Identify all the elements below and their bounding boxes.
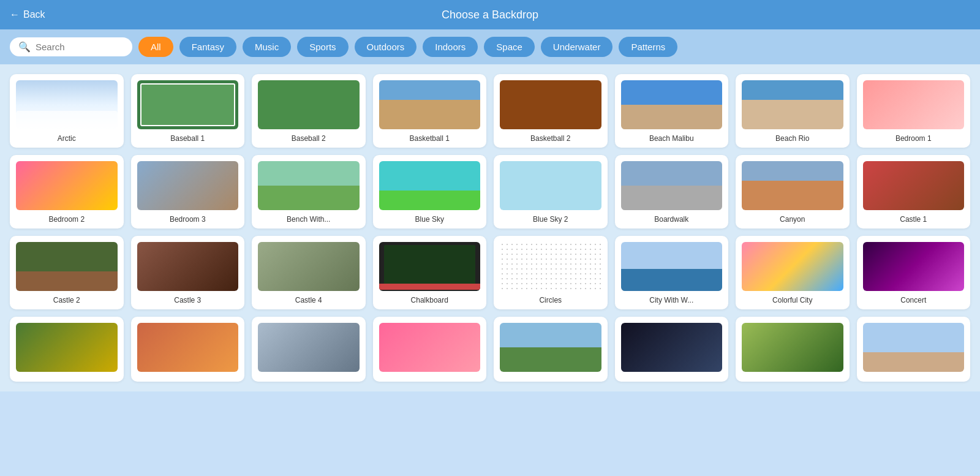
back-button[interactable]: ← Back bbox=[10, 9, 45, 20]
page-title: Choose a Backdrop bbox=[442, 9, 538, 21]
backdrop-partial4[interactable] bbox=[373, 317, 487, 382]
thumb-partial3 bbox=[258, 323, 360, 372]
label-beach-malibu: Beach Malibu bbox=[649, 134, 694, 143]
filter-all[interactable]: All bbox=[138, 37, 173, 57]
thumb-blue-sky2 bbox=[500, 161, 601, 210]
thumb-boardwalk bbox=[621, 161, 723, 210]
filter-outdoors[interactable]: Outdoors bbox=[355, 37, 417, 57]
label-basketball1: Basketball 1 bbox=[410, 134, 450, 143]
label-chalkboard: Chalkboard bbox=[411, 296, 448, 304]
label-colorful-city: Colorful City bbox=[772, 296, 812, 304]
thumb-blue-sky bbox=[379, 161, 481, 210]
thumb-beach-rio bbox=[742, 80, 843, 129]
backdrop-chalkboard[interactable]: Chalkboard bbox=[373, 236, 487, 309]
label-blue-sky2: Blue Sky 2 bbox=[533, 215, 568, 224]
thumb-partial8 bbox=[863, 323, 965, 372]
backdrop-beach-rio[interactable]: Beach Rio bbox=[736, 74, 850, 148]
filter-indoors[interactable]: Indoors bbox=[423, 37, 478, 57]
backdrop-concert[interactable]: Concert bbox=[857, 236, 971, 309]
backdrop-bench[interactable]: Bench With... bbox=[252, 155, 366, 229]
thumb-colorful-city bbox=[742, 242, 843, 291]
backdrop-partial2[interactable] bbox=[131, 317, 245, 382]
label-bench: Bench With... bbox=[287, 215, 330, 224]
backdrop-grid: Arctic Baseball 1 Baseball 2 Basketball … bbox=[10, 74, 970, 382]
thumb-castle4 bbox=[258, 242, 360, 291]
backdrop-baseball2[interactable]: Baseball 2 bbox=[252, 74, 366, 148]
backdrop-blue-sky[interactable]: Blue Sky bbox=[373, 155, 487, 229]
label-city-w: City With W... bbox=[649, 296, 693, 304]
label-baseball2: Baseball 2 bbox=[292, 134, 326, 143]
search-box: 🔍 bbox=[10, 37, 132, 56]
thumb-circles bbox=[500, 242, 601, 291]
filter-underwater[interactable]: Underwater bbox=[541, 37, 613, 57]
backdrop-bedroom3[interactable]: Bedroom 3 bbox=[131, 155, 245, 229]
backdrop-partial8[interactable] bbox=[857, 317, 971, 382]
label-bedroom2: Bedroom 2 bbox=[48, 215, 85, 224]
label-arctic: Arctic bbox=[58, 134, 76, 143]
backdrop-castle4[interactable]: Castle 4 bbox=[252, 236, 366, 309]
thumb-partial5 bbox=[500, 323, 601, 372]
backdrop-partial6[interactable] bbox=[615, 317, 729, 382]
backdrop-partial5[interactable] bbox=[494, 317, 608, 382]
thumb-arctic bbox=[16, 80, 118, 129]
label-bedroom3: Bedroom 3 bbox=[170, 215, 206, 224]
thumb-bedroom1 bbox=[863, 80, 965, 129]
filter-space[interactable]: Space bbox=[484, 37, 535, 57]
search-input[interactable] bbox=[36, 42, 121, 52]
label-basketball2: Basketball 2 bbox=[530, 134, 570, 143]
thumb-basketball1 bbox=[379, 80, 481, 129]
backdrop-partial3[interactable] bbox=[252, 317, 366, 382]
thumb-partial7 bbox=[742, 323, 843, 372]
thumb-city-w bbox=[621, 242, 723, 291]
backdrop-beach-malibu[interactable]: Beach Malibu bbox=[615, 74, 729, 148]
label-concert: Concert bbox=[900, 296, 926, 304]
backdrop-baseball1[interactable]: Baseball 1 bbox=[131, 74, 245, 148]
thumb-castle3 bbox=[137, 242, 239, 291]
backdrop-bedroom2[interactable]: Bedroom 2 bbox=[10, 155, 124, 229]
thumb-basketball2 bbox=[500, 80, 601, 129]
grid-area: Arctic Baseball 1 Baseball 2 Basketball … bbox=[0, 64, 980, 391]
backdrop-circles[interactable]: Circles bbox=[494, 236, 608, 309]
thumb-partial2 bbox=[137, 323, 239, 372]
backdrop-colorful-city[interactable]: Colorful City bbox=[736, 236, 850, 309]
backdrop-blue-sky2[interactable]: Blue Sky 2 bbox=[494, 155, 608, 229]
filter-sports[interactable]: Sports bbox=[297, 37, 348, 57]
label-canyon: Canyon bbox=[780, 215, 805, 224]
filter-fantasy[interactable]: Fantasy bbox=[179, 37, 236, 57]
backdrop-basketball2[interactable]: Basketball 2 bbox=[494, 74, 608, 148]
backdrop-partial1[interactable] bbox=[10, 317, 124, 382]
backdrop-canyon[interactable]: Canyon bbox=[736, 155, 850, 229]
filter-music[interactable]: Music bbox=[243, 37, 291, 57]
backdrop-bedroom1[interactable]: Bedroom 1 bbox=[857, 74, 971, 148]
filter-patterns[interactable]: Patterns bbox=[619, 37, 677, 57]
label-castle2: Castle 2 bbox=[53, 296, 80, 304]
back-arrow-icon: ← bbox=[10, 9, 20, 20]
thumb-partial4 bbox=[379, 323, 481, 372]
backdrop-city-w[interactable]: City With W... bbox=[615, 236, 729, 309]
label-bedroom1: Bedroom 1 bbox=[895, 134, 932, 143]
thumb-bedroom3 bbox=[137, 161, 239, 210]
thumb-castle2 bbox=[16, 242, 118, 291]
backdrop-castle1[interactable]: Castle 1 bbox=[857, 155, 971, 229]
backdrop-partial7[interactable] bbox=[736, 317, 850, 382]
thumb-baseball2 bbox=[258, 80, 360, 129]
thumb-chalkboard bbox=[379, 242, 481, 291]
label-castle1: Castle 1 bbox=[900, 215, 927, 224]
backdrop-castle2[interactable]: Castle 2 bbox=[10, 236, 124, 309]
thumb-castle1 bbox=[863, 161, 965, 210]
thumb-beach-malibu bbox=[621, 80, 723, 129]
thumb-concert bbox=[863, 242, 965, 291]
thumb-baseball1 bbox=[137, 80, 239, 129]
label-blue-sky: Blue Sky bbox=[415, 215, 444, 224]
thumb-canyon bbox=[742, 161, 843, 210]
label-circles: Circles bbox=[539, 296, 562, 304]
thumb-partial6 bbox=[621, 323, 723, 372]
backdrop-castle3[interactable]: Castle 3 bbox=[131, 236, 245, 309]
label-boardwalk: Boardwalk bbox=[654, 215, 688, 224]
label-beach-rio: Beach Rio bbox=[775, 134, 809, 143]
filter-bar: 🔍 All Fantasy Music Sports Outdoors Indo… bbox=[0, 29, 980, 64]
backdrop-boardwalk[interactable]: Boardwalk bbox=[615, 155, 729, 229]
backdrop-basketball1[interactable]: Basketball 1 bbox=[373, 74, 487, 148]
back-label: Back bbox=[23, 9, 45, 20]
backdrop-arctic[interactable]: Arctic bbox=[10, 74, 124, 148]
